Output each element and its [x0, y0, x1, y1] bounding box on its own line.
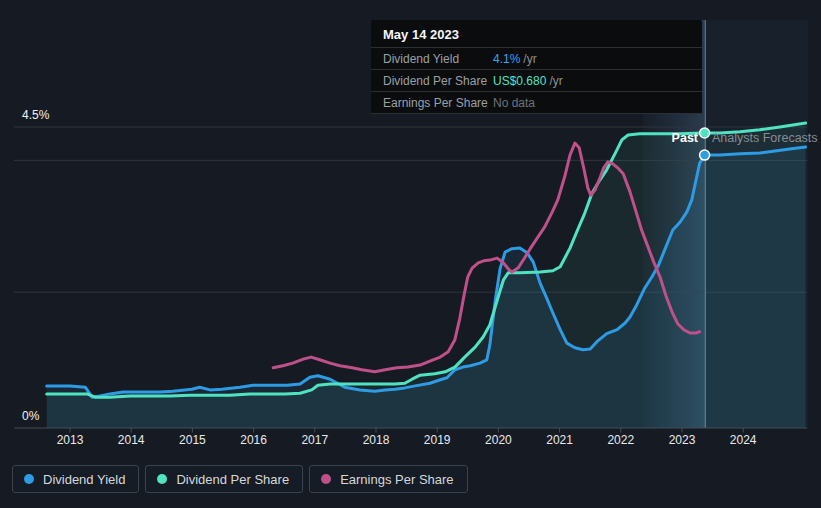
past-label: Past [672, 131, 699, 145]
x-axis-label: 2019 [424, 433, 451, 447]
x-axis-label: 2013 [57, 433, 84, 447]
earnings-per-share-dot-icon [321, 474, 331, 484]
legend-item-dividend-per-share[interactable]: Dividend Per Share [145, 465, 303, 493]
x-axis: 2013201420152016201720182019202020212022… [14, 428, 807, 447]
tooltip-label: Dividend Yield [383, 52, 493, 66]
legend-item-earnings-per-share[interactable]: Earnings Per Share [309, 465, 467, 493]
x-axis-label: 2015 [179, 433, 206, 447]
tooltip-row-dividend-per-share: Dividend Per Share US$0.680 /yr [371, 69, 702, 91]
legend-label: Dividend Yield [43, 472, 125, 487]
tooltip-label: Earnings Per Share [383, 96, 493, 110]
x-axis-label: 2020 [485, 433, 512, 447]
dividend-per-share-marker [700, 128, 710, 138]
dividend-yield-marker [700, 150, 710, 160]
legend-item-dividend-yield[interactable]: Dividend Yield [12, 465, 139, 493]
tooltip-value: 4.1% [493, 52, 520, 66]
legend-label: Dividend Per Share [176, 472, 289, 487]
analysts-forecasts-label: Analysts Forecasts [712, 131, 818, 145]
dividend-per-share-dot-icon [157, 474, 167, 484]
x-axis-label: 2022 [607, 433, 634, 447]
y-axis-labels: 4.5%0% [22, 108, 50, 423]
dividend-chart-panel: 2013201420152016201720182019202020212022… [0, 0, 821, 508]
x-axis-label: 2018 [363, 433, 390, 447]
dividend-per-share-area [47, 123, 806, 428]
series-areas [47, 123, 806, 428]
x-axis-label: 2016 [240, 433, 267, 447]
chart-tooltip: May 14 2023 Dividend Yield 4.1% /yr Divi… [371, 20, 702, 114]
x-axis-label: 2024 [730, 433, 757, 447]
dividend-yield-dot-icon [24, 474, 34, 484]
x-axis-label: 2021 [546, 433, 573, 447]
tooltip-row-dividend-yield: Dividend Yield 4.1% /yr [371, 47, 702, 69]
x-axis-label: 2023 [669, 433, 696, 447]
tooltip-unit: /yr [523, 52, 536, 66]
y-axis-label: 4.5% [22, 108, 50, 122]
tooltip-value: No data [493, 96, 535, 110]
tooltip-value: US$0.680 [493, 74, 546, 88]
tooltip-unit: /yr [549, 74, 562, 88]
tooltip-date: May 14 2023 [371, 20, 702, 47]
chart-legend: Dividend Yield Dividend Per Share Earnin… [12, 465, 468, 493]
y-axis-label: 0% [22, 409, 40, 423]
legend-label: Earnings Per Share [340, 472, 453, 487]
tooltip-label: Dividend Per Share [383, 74, 493, 88]
tooltip-row-earnings-per-share: Earnings Per Share No data [371, 91, 702, 114]
x-axis-label: 2017 [301, 433, 328, 447]
x-axis-label: 2014 [118, 433, 145, 447]
